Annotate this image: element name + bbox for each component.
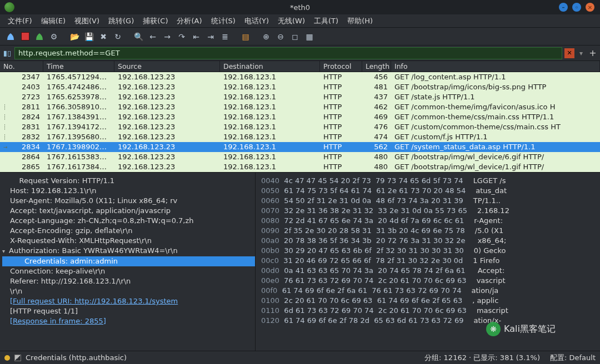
menu-bar: 文件(F) 编辑(E) 视图(V) 跳转(G) 捕获(C) 分析(A) 统计(S… bbox=[0, 14, 600, 28]
menu-wireless[interactable]: 无线(W) bbox=[278, 16, 305, 26]
filter-add-button[interactable]: + bbox=[588, 48, 598, 58]
status-field-label: Credentials (http.authbasic) bbox=[26, 353, 127, 362]
col-no[interactable]: No. bbox=[0, 61, 43, 72]
main-toolbar: ⚙ 📂 💾 ✖ ↻ 🔍 ← → ↷ ⇤ ⇥ ≣ ▤ ⊕ ⊖ ◻ ▦ bbox=[0, 28, 600, 46]
detail-line[interactable]: Authorization: Basic YWRtaW46YWRtaW4=\r\… bbox=[2, 246, 255, 256]
hex-line[interactable]: 00c0 31 20 46 69 72 65 66 6f 78 2f 31 30… bbox=[261, 256, 596, 266]
hex-line[interactable]: 00f0 61 74 69 6f 6e 2f 6a 61 76 61 73 63… bbox=[261, 286, 596, 296]
col-length[interactable]: Length bbox=[362, 61, 391, 72]
menu-tools[interactable]: 工具(T) bbox=[314, 16, 338, 26]
go-first-button[interactable]: ⇤ bbox=[190, 31, 202, 43]
capture-file-properties-icon[interactable] bbox=[14, 355, 21, 361]
open-file-button[interactable]: 📂 bbox=[68, 31, 81, 43]
packet-row[interactable]: 23471765.4571294…192.168.123.23192.168.1… bbox=[0, 72, 600, 82]
hex-line[interactable]: 0070 32 2e 31 36 38 2e 31 32 33 2e 31 0d… bbox=[261, 206, 596, 216]
packet-details-pane[interactable]: Request Version: HTTP/1.1Host: 192.168.1… bbox=[0, 173, 256, 351]
col-destination[interactable]: Destination bbox=[220, 61, 320, 72]
detail-line[interactable]: Request Version: HTTP/1.1 bbox=[2, 176, 255, 186]
detail-line[interactable]: [HTTP request 1/1] bbox=[2, 306, 255, 316]
detail-line[interactable]: Host: 192.168.123.1\r\n bbox=[2, 186, 255, 196]
auto-scroll-button[interactable]: ≣ bbox=[219, 31, 231, 43]
filter-clear-button[interactable]: ✕ bbox=[564, 48, 574, 58]
packet-row[interactable]: ┊28241767.1384391…192.168.123.23192.168.… bbox=[0, 112, 600, 122]
menu-telephony[interactable]: 电话(Y) bbox=[244, 16, 269, 26]
find-packet-button[interactable]: 🔍 bbox=[132, 31, 144, 43]
menu-capture[interactable]: 捕获(C) bbox=[143, 16, 168, 26]
display-filter-bar: ▮▯ ✕ ▾ + bbox=[0, 46, 600, 61]
window-maximize-button[interactable]: ◦ bbox=[572, 3, 581, 12]
capture-options-button[interactable]: ⚙ bbox=[48, 31, 60, 43]
go-to-packet-button[interactable]: ↷ bbox=[176, 31, 188, 43]
hex-line[interactable]: 0120 61 74 69 6f 6e 2f 78 2d 65 63 6d 61… bbox=[261, 316, 596, 326]
window-minimize-button[interactable]: – bbox=[559, 3, 568, 12]
hex-line[interactable]: 00d0 0a 41 63 63 65 70 74 3a 20 74 65 78… bbox=[261, 266, 596, 276]
menu-view[interactable]: 视图(V) bbox=[74, 16, 99, 26]
hex-line[interactable]: 0040 4c 47 47 45 54 20 2f 73 79 73 74 65… bbox=[261, 176, 596, 186]
col-source[interactable]: Source bbox=[114, 61, 220, 72]
hex-line[interactable]: 0090 2f 35 2e 30 20 28 58 31 31 3b 20 4c… bbox=[261, 226, 596, 236]
detail-line[interactable]: [Full request URI: http://192.168.123.1/… bbox=[2, 296, 255, 306]
menu-file[interactable]: 文件(F) bbox=[8, 16, 32, 26]
display-filter-input[interactable] bbox=[14, 47, 562, 59]
detail-line[interactable]: Accept-Encoding: gzip, deflate\r\n bbox=[2, 226, 255, 236]
menu-analyze[interactable]: 分析(A) bbox=[177, 16, 202, 26]
zoom-out-button[interactable]: ⊖ bbox=[274, 31, 287, 43]
app-logo-icon bbox=[4, 2, 14, 12]
detail-line[interactable]: Accept-Language: zh-CN,zh;q=0.8,zh-TW;q=… bbox=[2, 216, 255, 226]
packet-row[interactable]: →28341767.1398902…192.168.123.23192.168.… bbox=[0, 142, 600, 152]
colorize-button[interactable]: ▤ bbox=[239, 31, 252, 43]
hex-line[interactable]: 0080 72 2d 41 67 65 6e 74 3a 20 4d 6f 7a… bbox=[261, 216, 596, 226]
detail-line[interactable]: Credentials: admin:admin bbox=[2, 256, 255, 266]
reload-button[interactable]: ↻ bbox=[112, 31, 124, 43]
detail-line[interactable]: X-Requested-With: XMLHttpRequest\r\n bbox=[2, 236, 255, 246]
hex-line[interactable]: 00a0 20 78 38 36 5f 36 34 3b 20 72 76 3a… bbox=[261, 236, 596, 246]
save-file-button[interactable]: 💾 bbox=[83, 31, 95, 43]
go-forward-button[interactable]: → bbox=[161, 31, 173, 43]
menu-help[interactable]: 帮助(H) bbox=[347, 16, 373, 26]
status-packet-count: 分组: 12162 · 已显示: 381 (3.1%) bbox=[424, 353, 540, 363]
detail-line[interactable]: Connection: keep-alive\r\n bbox=[2, 266, 255, 276]
packet-list-header: No. Time Source Destination Protocol Len… bbox=[0, 61, 600, 72]
window-title: *eth0 bbox=[290, 3, 310, 12]
hex-line[interactable]: 0100 2c 20 61 70 70 6c 69 63 61 74 69 6f… bbox=[261, 296, 596, 306]
hex-line[interactable]: 0050 61 74 75 73 5f 64 61 74 61 2e 61 73… bbox=[261, 186, 596, 196]
detail-line[interactable]: \r\n bbox=[2, 286, 255, 296]
hex-line[interactable]: 00e0 76 61 73 63 72 69 70 74 2c 20 61 70… bbox=[261, 276, 596, 286]
hex-line[interactable]: 0060 54 50 2f 31 2e 31 0d 0a 48 6f 73 74… bbox=[261, 196, 596, 206]
start-capture-button[interactable] bbox=[4, 31, 17, 43]
packet-row[interactable]: 28641767.1615383…192.168.123.23192.168.1… bbox=[0, 152, 600, 162]
stop-capture-button[interactable] bbox=[19, 31, 31, 43]
hex-line[interactable]: 0110 6d 61 73 63 72 69 70 74 2c 20 61 70… bbox=[261, 306, 596, 316]
packet-row[interactable]: 28651767.1617384…192.168.123.23192.168.1… bbox=[0, 162, 600, 172]
menu-edit[interactable]: 编辑(E) bbox=[41, 16, 66, 26]
expert-info-icon[interactable] bbox=[4, 355, 10, 361]
detail-line[interactable]: [Response in frame: 2855] bbox=[2, 316, 255, 326]
status-profile[interactable]: 配置: Default bbox=[550, 353, 596, 363]
detail-line[interactable]: Accept: text/javascript, application/jav… bbox=[2, 206, 255, 216]
menu-statistics[interactable]: 统计(S) bbox=[211, 16, 236, 26]
hex-line[interactable]: 00b0 30 29 20 47 65 63 6b 6f 2f 32 30 31… bbox=[261, 246, 596, 256]
go-last-button[interactable]: ⇥ bbox=[204, 31, 217, 43]
window-close-button[interactable]: ✕ bbox=[586, 3, 594, 12]
close-file-button[interactable]: ✖ bbox=[97, 31, 109, 43]
restart-capture-button[interactable] bbox=[33, 31, 46, 43]
packet-row[interactable]: ┊28311767.1394172…192.168.123.23192.168.… bbox=[0, 122, 600, 132]
filter-dropdown-icon[interactable]: ▾ bbox=[577, 49, 586, 57]
zoom-reset-button[interactable]: ◻ bbox=[289, 31, 301, 43]
packet-list[interactable]: 23471765.4571294…192.168.123.23192.168.1… bbox=[0, 72, 600, 172]
packet-row[interactable]: 24031765.4742486…192.168.123.23192.168.1… bbox=[0, 82, 600, 92]
go-back-button[interactable]: ← bbox=[147, 31, 159, 43]
menu-go[interactable]: 跳转(G) bbox=[108, 16, 134, 26]
packet-row[interactable]: ┊28111766.3058910…192.168.123.23192.168.… bbox=[0, 102, 600, 112]
detail-line[interactable]: User-Agent: Mozilla/5.0 (X11; Linux x86_… bbox=[2, 196, 255, 206]
col-time[interactable]: Time bbox=[43, 61, 114, 72]
zoom-in-button[interactable]: ⊕ bbox=[260, 31, 272, 43]
packet-bytes-pane[interactable]: 0040 4c 47 47 45 54 20 2f 73 79 73 74 65… bbox=[256, 173, 600, 351]
col-info[interactable]: Info bbox=[391, 61, 600, 72]
packet-row[interactable]: 27231765.6253978…192.168.123.23192.168.1… bbox=[0, 92, 600, 102]
detail-line[interactable]: Referer: http://192.168.123.1/\r\n bbox=[2, 276, 255, 286]
resize-columns-button[interactable]: ▦ bbox=[303, 31, 316, 43]
packet-row[interactable]: ┊28321767.1395680…192.168.123.23192.168.… bbox=[0, 132, 600, 142]
filter-bookmark-icon[interactable]: ▮▯ bbox=[2, 48, 12, 58]
col-protocol[interactable]: Protocol bbox=[320, 61, 362, 72]
